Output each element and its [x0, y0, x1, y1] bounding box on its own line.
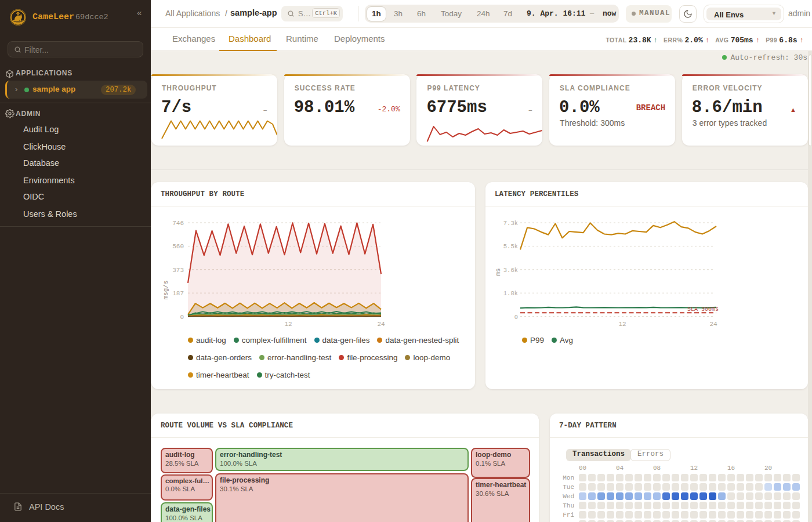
- svg-text:msg/s: msg/s: [162, 280, 169, 299]
- svg-text:ms: ms: [495, 268, 502, 276]
- svg-text:0: 0: [180, 314, 184, 321]
- svg-text:24: 24: [377, 321, 385, 328]
- svg-text:0: 0: [514, 314, 518, 321]
- svg-text:187: 187: [172, 290, 184, 297]
- svg-text:5.5k: 5.5k: [503, 243, 518, 250]
- svg-text:12: 12: [618, 321, 626, 328]
- svg-text:7.3k: 7.3k: [503, 220, 518, 227]
- svg-text:24: 24: [709, 321, 717, 328]
- svg-text:12: 12: [284, 321, 292, 328]
- svg-text:1.8k: 1.8k: [503, 290, 518, 297]
- svg-text:373: 373: [172, 267, 184, 274]
- svg-text:746: 746: [172, 220, 184, 227]
- svg-text:560: 560: [172, 243, 184, 250]
- svg-text:3.6k: 3.6k: [503, 267, 518, 274]
- svg-text:SLA 300ms: SLA 300ms: [687, 306, 719, 313]
